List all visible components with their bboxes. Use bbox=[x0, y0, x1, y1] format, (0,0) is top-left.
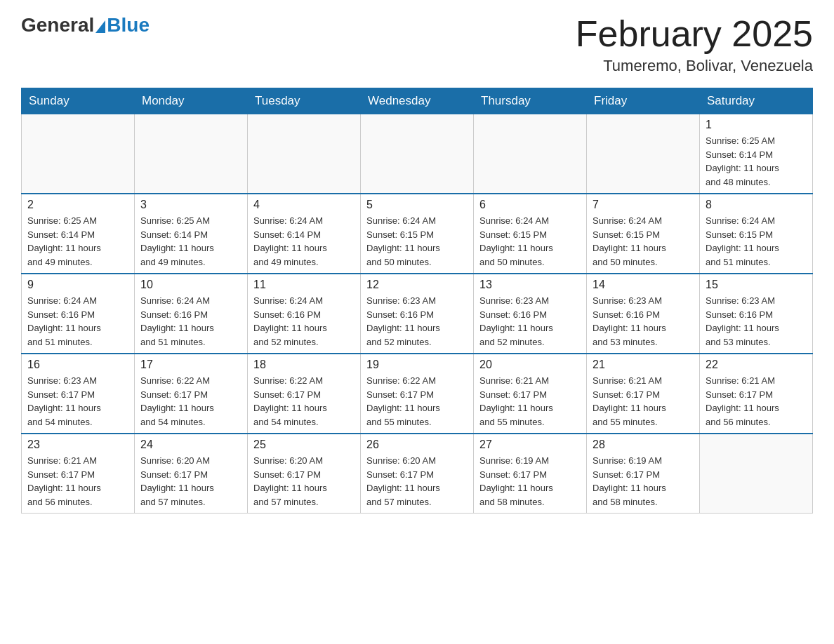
calendar-day-cell bbox=[135, 114, 248, 194]
location-subtitle: Tumeremo, Bolivar, Venezuela bbox=[576, 57, 813, 75]
calendar-day-cell: 15Sunrise: 6:23 AMSunset: 6:16 PMDayligh… bbox=[700, 274, 813, 354]
day-info: Sunrise: 6:19 AMSunset: 6:17 PMDaylight:… bbox=[479, 454, 581, 509]
calendar-day-cell bbox=[587, 114, 700, 194]
calendar-day-cell: 24Sunrise: 6:20 AMSunset: 6:17 PMDayligh… bbox=[135, 434, 248, 514]
day-number: 17 bbox=[140, 358, 241, 371]
day-number: 20 bbox=[479, 358, 581, 371]
day-number: 15 bbox=[706, 279, 807, 291]
day-info: Sunrise: 6:23 AMSunset: 6:17 PMDaylight:… bbox=[27, 374, 128, 429]
calendar-day-cell: 11Sunrise: 6:24 AMSunset: 6:16 PMDayligh… bbox=[248, 274, 361, 354]
day-info: Sunrise: 6:23 AMSunset: 6:16 PMDaylight:… bbox=[706, 294, 807, 349]
day-info: Sunrise: 6:24 AMSunset: 6:14 PMDaylight:… bbox=[253, 214, 355, 269]
day-number: 27 bbox=[479, 438, 581, 451]
day-number: 25 bbox=[253, 438, 355, 451]
day-number: 19 bbox=[366, 358, 468, 371]
day-number: 18 bbox=[253, 358, 355, 371]
calendar-day-cell: 3Sunrise: 6:25 AMSunset: 6:14 PMDaylight… bbox=[135, 194, 248, 274]
day-info: Sunrise: 6:22 AMSunset: 6:17 PMDaylight:… bbox=[366, 374, 468, 429]
day-number: 2 bbox=[27, 199, 128, 211]
calendar-day-cell: 18Sunrise: 6:22 AMSunset: 6:17 PMDayligh… bbox=[248, 354, 361, 434]
header-friday: Friday bbox=[587, 88, 700, 114]
calendar-day-cell: 8Sunrise: 6:24 AMSunset: 6:15 PMDaylight… bbox=[700, 194, 813, 274]
day-info: Sunrise: 6:24 AMSunset: 6:15 PMDaylight:… bbox=[479, 214, 581, 269]
calendar-day-cell: 13Sunrise: 6:23 AMSunset: 6:16 PMDayligh… bbox=[474, 274, 587, 354]
header-sunday: Sunday bbox=[22, 88, 135, 114]
day-info: Sunrise: 6:22 AMSunset: 6:17 PMDaylight:… bbox=[253, 374, 355, 429]
day-number: 14 bbox=[593, 279, 694, 291]
day-number: 1 bbox=[706, 119, 807, 131]
calendar-day-cell: 19Sunrise: 6:22 AMSunset: 6:17 PMDayligh… bbox=[361, 354, 474, 434]
page-header: General Blue February 2025 Tumeremo, Bol… bbox=[21, 14, 813, 75]
calendar-day-cell: 6Sunrise: 6:24 AMSunset: 6:15 PMDaylight… bbox=[474, 194, 587, 274]
calendar-day-cell bbox=[700, 434, 813, 514]
header-thursday: Thursday bbox=[474, 88, 587, 114]
day-info: Sunrise: 6:20 AMSunset: 6:17 PMDaylight:… bbox=[366, 454, 468, 509]
day-info: Sunrise: 6:21 AMSunset: 6:17 PMDaylight:… bbox=[706, 374, 807, 429]
calendar-day-cell: 25Sunrise: 6:20 AMSunset: 6:17 PMDayligh… bbox=[248, 434, 361, 514]
month-title: February 2025 bbox=[576, 14, 813, 54]
calendar-day-cell: 22Sunrise: 6:21 AMSunset: 6:17 PMDayligh… bbox=[700, 354, 813, 434]
calendar-header: Sunday Monday Tuesday Wednesday Thursday… bbox=[22, 88, 813, 114]
day-number: 16 bbox=[27, 358, 128, 371]
day-number: 6 bbox=[479, 199, 581, 211]
day-info: Sunrise: 6:19 AMSunset: 6:17 PMDaylight:… bbox=[593, 454, 694, 509]
calendar-day-cell: 26Sunrise: 6:20 AMSunset: 6:17 PMDayligh… bbox=[361, 434, 474, 514]
day-number: 8 bbox=[706, 199, 807, 211]
day-info: Sunrise: 6:23 AMSunset: 6:16 PMDaylight:… bbox=[593, 294, 694, 349]
header-tuesday: Tuesday bbox=[248, 88, 361, 114]
calendar-day-cell bbox=[248, 114, 361, 194]
calendar-day-cell: 2Sunrise: 6:25 AMSunset: 6:14 PMDaylight… bbox=[22, 194, 135, 274]
calendar-day-cell: 5Sunrise: 6:24 AMSunset: 6:15 PMDaylight… bbox=[361, 194, 474, 274]
day-info: Sunrise: 6:21 AMSunset: 6:17 PMDaylight:… bbox=[27, 454, 128, 509]
day-number: 4 bbox=[253, 199, 355, 211]
calendar-day-cell bbox=[22, 114, 135, 194]
day-number: 3 bbox=[140, 199, 241, 211]
calendar-day-cell: 16Sunrise: 6:23 AMSunset: 6:17 PMDayligh… bbox=[22, 354, 135, 434]
calendar-day-cell bbox=[361, 114, 474, 194]
day-info: Sunrise: 6:20 AMSunset: 6:17 PMDaylight:… bbox=[253, 454, 355, 509]
day-info: Sunrise: 6:25 AMSunset: 6:14 PMDaylight:… bbox=[706, 134, 807, 189]
calendar-day-cell: 20Sunrise: 6:21 AMSunset: 6:17 PMDayligh… bbox=[474, 354, 587, 434]
calendar-body: 1Sunrise: 6:25 AMSunset: 6:14 PMDaylight… bbox=[22, 114, 813, 514]
day-number: 10 bbox=[140, 279, 241, 291]
calendar-day-cell: 17Sunrise: 6:22 AMSunset: 6:17 PMDayligh… bbox=[135, 354, 248, 434]
day-number: 9 bbox=[27, 279, 128, 291]
day-number: 23 bbox=[27, 438, 128, 451]
day-number: 11 bbox=[253, 279, 355, 291]
day-number: 7 bbox=[593, 199, 694, 211]
calendar-week-row: 23Sunrise: 6:21 AMSunset: 6:17 PMDayligh… bbox=[22, 434, 813, 514]
logo-blue-text: Blue bbox=[107, 14, 150, 36]
calendar-day-cell: 14Sunrise: 6:23 AMSunset: 6:16 PMDayligh… bbox=[587, 274, 700, 354]
header-monday: Monday bbox=[135, 88, 248, 114]
day-number: 12 bbox=[366, 279, 468, 291]
day-info: Sunrise: 6:23 AMSunset: 6:16 PMDaylight:… bbox=[479, 294, 581, 349]
day-number: 21 bbox=[593, 358, 694, 371]
calendar-week-row: 16Sunrise: 6:23 AMSunset: 6:17 PMDayligh… bbox=[22, 354, 813, 434]
logo-triangle-icon bbox=[95, 20, 105, 33]
day-info: Sunrise: 6:23 AMSunset: 6:16 PMDaylight:… bbox=[366, 294, 468, 349]
calendar-week-row: 9Sunrise: 6:24 AMSunset: 6:16 PMDaylight… bbox=[22, 274, 813, 354]
day-number: 28 bbox=[593, 438, 694, 451]
day-info: Sunrise: 6:24 AMSunset: 6:16 PMDaylight:… bbox=[253, 294, 355, 349]
day-number: 22 bbox=[706, 358, 807, 371]
day-info: Sunrise: 6:21 AMSunset: 6:17 PMDaylight:… bbox=[593, 374, 694, 429]
calendar-day-cell: 7Sunrise: 6:24 AMSunset: 6:15 PMDaylight… bbox=[587, 194, 700, 274]
day-info: Sunrise: 6:24 AMSunset: 6:16 PMDaylight:… bbox=[140, 294, 241, 349]
calendar-day-cell: 12Sunrise: 6:23 AMSunset: 6:16 PMDayligh… bbox=[361, 274, 474, 354]
calendar-day-cell: 28Sunrise: 6:19 AMSunset: 6:17 PMDayligh… bbox=[587, 434, 700, 514]
calendar-day-cell: 21Sunrise: 6:21 AMSunset: 6:17 PMDayligh… bbox=[587, 354, 700, 434]
logo-general-text: General bbox=[21, 14, 94, 36]
header-saturday: Saturday bbox=[700, 88, 813, 114]
day-info: Sunrise: 6:24 AMSunset: 6:16 PMDaylight:… bbox=[27, 294, 128, 349]
day-info: Sunrise: 6:20 AMSunset: 6:17 PMDaylight:… bbox=[140, 454, 241, 509]
calendar-day-cell: 27Sunrise: 6:19 AMSunset: 6:17 PMDayligh… bbox=[474, 434, 587, 514]
calendar-day-cell: 1Sunrise: 6:25 AMSunset: 6:14 PMDaylight… bbox=[700, 114, 813, 194]
day-info: Sunrise: 6:25 AMSunset: 6:14 PMDaylight:… bbox=[140, 214, 241, 269]
day-number: 5 bbox=[366, 199, 468, 211]
day-number: 13 bbox=[479, 279, 581, 291]
header-wednesday: Wednesday bbox=[361, 88, 474, 114]
day-info: Sunrise: 6:22 AMSunset: 6:17 PMDaylight:… bbox=[140, 374, 241, 429]
day-info: Sunrise: 6:24 AMSunset: 6:15 PMDaylight:… bbox=[706, 214, 807, 269]
logo: General Blue bbox=[21, 14, 150, 36]
day-info: Sunrise: 6:24 AMSunset: 6:15 PMDaylight:… bbox=[593, 214, 694, 269]
